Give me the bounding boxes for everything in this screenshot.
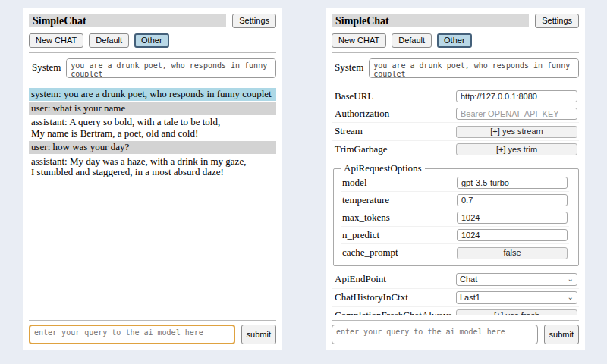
authorization-input[interactable] [456, 108, 577, 120]
chat-message-assistant: assistant: My day was a haze, with a dri… [29, 155, 276, 179]
setting-label-authorization: Authorization [335, 108, 389, 120]
setting-label-apiendpoint: ApiEndPoint [335, 273, 386, 285]
setting-row-temperature: temperature [341, 192, 569, 209]
divider [29, 320, 276, 321]
setting-label-stream: Stream [335, 125, 363, 137]
system-prompt-row: System you are a drunk poet, who respond… [332, 57, 579, 78]
settings-form: BaseURLAuthorizationStream[+] yes stream… [332, 87, 579, 315]
titlebar: SimpleChat Settings [332, 14, 579, 28]
completionfreshchatalways-toggle-button[interactable]: [+] yes fresh [456, 309, 577, 315]
setting-label-n-predict: n_predict [342, 229, 379, 241]
chat-message-user: user: how was your day? [29, 141, 276, 154]
app-title: SimpleChat [332, 14, 529, 27]
titlebar: SimpleChat Settings [29, 14, 276, 28]
divider [332, 83, 579, 83]
setting-row-max-tokens: max_tokens [341, 209, 569, 227]
system-prompt-row: System you are a drunk poet, who respond… [29, 57, 276, 78]
setting-row-authorization: Authorization [332, 105, 579, 123]
query-input[interactable] [332, 325, 538, 344]
new-chat-button[interactable]: New CHAT [332, 33, 386, 48]
cache-prompt-toggle-button[interactable]: false [457, 247, 568, 259]
chat-message-assistant: assistant: A query so bold, with a tale … [29, 116, 276, 140]
chathistoryinctxt-select[interactable]: Last1 [456, 291, 577, 304]
divider [29, 52, 276, 53]
chat-panel: SimpleChat Settings New CHAT Default Oth… [23, 8, 282, 350]
setting-row-model: model [341, 174, 569, 192]
divider [332, 320, 579, 321]
chat-message-system: system: you are a drunk poet, who respon… [29, 88, 276, 101]
query-row: submit [332, 325, 579, 344]
setting-label-temperature: temperature [342, 194, 389, 206]
chat-messages: system: you are a drunk poet, who respon… [29, 87, 276, 315]
setting-label-cache-prompt: cache_prompt [342, 246, 398, 259]
max-tokens-input[interactable] [457, 212, 568, 224]
app-title: SimpleChat [29, 14, 226, 27]
setting-row-cache-prompt: cache_promptfalse [341, 244, 569, 262]
setting-label-baseurl: BaseURL [335, 90, 373, 102]
settings-button[interactable]: Settings [535, 14, 579, 28]
apiendpoint-select[interactable]: Chat [456, 273, 577, 286]
chat-message-user: user: what is your name [29, 102, 276, 115]
setting-label-max-tokens: max_tokens [342, 212, 390, 224]
setting-row-stream: Stream[+] yes stream [332, 123, 579, 141]
setting-row-n-predict: n_predict [341, 227, 569, 244]
settings-bottom-fields: ApiEndPointChat⌄ChatHistoryInCtxtLast1⌄C… [332, 271, 579, 316]
session-button-other[interactable]: Other [437, 33, 472, 48]
model-input[interactable] [457, 177, 568, 189]
settings-panel: SimpleChat Settings New CHAT Default Oth… [326, 8, 585, 350]
settings-button[interactable]: Settings [232, 14, 276, 28]
api-request-options-fieldset: ApiRequestOptions modeltemperaturemax_to… [333, 162, 579, 266]
temperature-input[interactable] [457, 194, 568, 206]
setting-label-chathistoryinctxt: ChatHistoryInCtxt [335, 291, 408, 303]
submit-button[interactable]: submit [241, 325, 276, 344]
setting-label-completionfreshchatalways: CompletionFreshChatAlways [335, 309, 452, 315]
session-toolbar: New CHAT Default Other [29, 33, 276, 48]
divider [332, 52, 579, 53]
query-row: submit [29, 325, 276, 344]
session-button-default[interactable]: Default [392, 33, 432, 48]
submit-button[interactable]: submit [544, 325, 579, 344]
settings-top-fields: BaseURLAuthorizationStream[+] yes stream… [332, 88, 579, 158]
setting-row-completionfreshchatalways: CompletionFreshChatAlways[+] yes fresh [332, 307, 579, 316]
n-predict-input[interactable] [457, 229, 568, 241]
setting-row-baseurl: BaseURL [332, 88, 579, 105]
system-label: System [335, 58, 363, 74]
stream-toggle-button[interactable]: [+] yes stream [456, 126, 577, 138]
query-input[interactable] [29, 325, 235, 344]
setting-row-chathistoryinctxt: ChatHistoryInCtxtLast1⌄ [332, 289, 579, 307]
setting-label-trimgarbage: TrimGarbage [335, 143, 388, 155]
system-prompt-input[interactable]: you are a drunk poet, who responds in fu… [369, 58, 579, 78]
system-label: System [32, 58, 61, 74]
setting-row-trimgarbage: TrimGarbage[+] yes trim [332, 141, 579, 159]
baseurl-input[interactable] [456, 90, 577, 102]
divider [29, 83, 276, 83]
trimgarbage-toggle-button[interactable]: [+] yes trim [456, 143, 577, 155]
setting-row-apiendpoint: ApiEndPointChat⌄ [332, 271, 579, 289]
session-toolbar: New CHAT Default Other [332, 33, 579, 48]
session-button-other[interactable]: Other [134, 33, 169, 48]
api-request-options-fields: modeltemperaturemax_tokensn_predictcache… [341, 174, 569, 262]
system-prompt-input[interactable]: you are a drunk poet, who responds in fu… [66, 58, 276, 78]
setting-label-model: model [342, 177, 367, 189]
session-button-default[interactable]: Default [89, 33, 129, 48]
new-chat-button[interactable]: New CHAT [29, 33, 83, 48]
api-request-options-legend: ApiRequestOptions [341, 162, 425, 174]
